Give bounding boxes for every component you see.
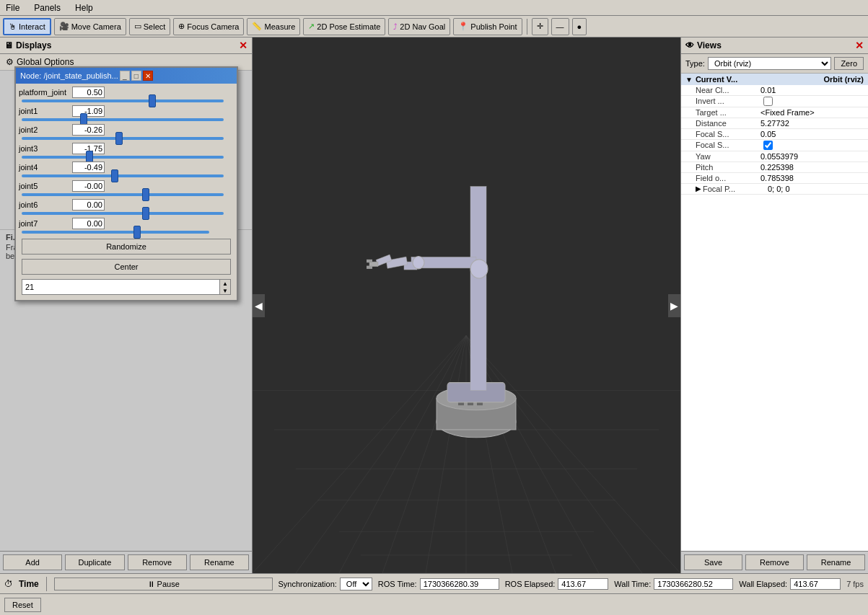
- displays-title: Displays: [16, 40, 51, 50]
- views-save-button[interactable]: Save: [684, 554, 742, 570]
- select-icon: ▭: [134, 22, 141, 31]
- near-clip-label: Near Cl...: [696, 86, 760, 94]
- yaw-value: 0.0553979: [760, 152, 864, 161]
- tree-row-near-clip: Near Cl... 0.01: [681, 85, 868, 96]
- slider-input-6[interactable]: [22, 212, 224, 215]
- duplicate-button[interactable]: Duplicate: [65, 554, 124, 570]
- views-icon: 👁: [685, 40, 694, 50]
- toolbar-extra-2[interactable]: —: [551, 18, 569, 35]
- near-clip-value: 0.01: [760, 86, 864, 94]
- measure-button[interactable]: 📏 Measure: [247, 18, 300, 35]
- focal-s2-checkbox[interactable]: [763, 141, 773, 150]
- slider-input-1[interactable]: [22, 118, 224, 121]
- wall-time-input[interactable]: [654, 578, 733, 590]
- menu-file[interactable]: File: [3, 1, 22, 14]
- pose-estimate-label: 2D Pose Estimate: [317, 22, 380, 31]
- pause-label: Pause: [157, 580, 180, 588]
- spinbox: ▲ ▼: [22, 279, 231, 295]
- tree-row-invert: Invert ...: [681, 96, 868, 107]
- slider-input-4[interactable]: [22, 174, 224, 177]
- views-tree: ▼ Current V... Orbit (rviz) Near Cl... 0…: [681, 74, 868, 551]
- views-type-row: Type: Orbit (rviz) Zero: [681, 54, 868, 74]
- grid-svg: [253, 37, 680, 573]
- svg-point-29: [470, 260, 488, 278]
- invert-checkbox[interactable]: [763, 97, 773, 106]
- panel-buttons: Add Duplicate Remove Rename: [0, 551, 252, 573]
- statusbar: ⏱ Time ⏸ Pause Synchronization: Off ROS …: [0, 573, 868, 593]
- toolbar-extra-1[interactable]: ✛: [532, 18, 548, 35]
- fps-display: 7 fps: [846, 580, 864, 588]
- dialog-minimize-button[interactable]: _: [120, 71, 130, 81]
- move-camera-icon: 🎥: [59, 22, 69, 31]
- wall-time-item: Wall Time:: [614, 578, 733, 590]
- slider-input-2[interactable]: [22, 137, 224, 140]
- views-close-button[interactable]: ✕: [855, 40, 864, 51]
- move-camera-button[interactable]: 🎥 Move Camera: [54, 18, 126, 35]
- publish-point-icon: 📍: [458, 22, 468, 31]
- dialog-content: platform_joint joint1: [16, 84, 237, 300]
- viewport[interactable]: ◀ ▶: [253, 37, 680, 573]
- spinbox-down[interactable]: ▼: [220, 287, 230, 294]
- ros-elapsed-input[interactable]: [558, 578, 608, 590]
- current-view-header[interactable]: ▼ Current V... Orbit (rviz): [681, 74, 868, 85]
- viewport-arrow-left[interactable]: ◀: [253, 294, 265, 317]
- toolbar-extra-3[interactable]: ●: [572, 18, 587, 35]
- joint-state-dialog: Node: /joint_state_publish... _ □ ✕ plat…: [14, 66, 238, 301]
- slider-input-platform[interactable]: [22, 99, 224, 102]
- dialog-restore-button[interactable]: □: [131, 71, 141, 81]
- nav-goal-button[interactable]: ⤴ 2D Nav Goal: [388, 18, 450, 35]
- dialog-titlebar[interactable]: Node: /joint_state_publish... _ □ ✕: [16, 68, 237, 84]
- sync-select[interactable]: Off: [340, 578, 372, 590]
- focus-camera-button[interactable]: ⊕ Focus Camera: [173, 18, 244, 35]
- current-view-label: Current V...: [696, 75, 737, 84]
- menu-panels[interactable]: Panels: [31, 1, 63, 14]
- move-camera-label: Move Camera: [71, 22, 121, 31]
- wall-elapsed-item: Wall Elapsed:: [739, 578, 841, 590]
- dialog-close-button[interactable]: ✕: [143, 71, 153, 81]
- pose-estimate-button[interactable]: ↗ 2D Pose Estimate: [303, 18, 385, 35]
- target-label: Target ...: [696, 108, 760, 117]
- menu-help[interactable]: Help: [72, 1, 96, 14]
- views-type-select[interactable]: Orbit (rviz): [708, 57, 831, 70]
- slider-input-7[interactable]: [22, 231, 209, 234]
- pose-estimate-icon: ↗: [308, 22, 315, 31]
- publish-point-button[interactable]: 📍 Publish Point: [453, 18, 522, 35]
- tree-expand-icon: ▼: [685, 76, 693, 84]
- displays-close-button[interactable]: ✕: [239, 40, 247, 51]
- svg-rect-26: [470, 187, 486, 391]
- add-button[interactable]: Add: [3, 554, 62, 570]
- slider-input-3[interactable]: [22, 156, 224, 159]
- select-button[interactable]: ▭ Select: [129, 18, 171, 35]
- main-layout: 🖥 Displays ✕ ⚙ Global Options Node: /joi…: [0, 37, 868, 573]
- wall-elapsed-input[interactable]: [790, 578, 841, 590]
- current-view-type: Orbit (rviz): [823, 75, 864, 84]
- displays-panel-header: 🖥 Displays ✕: [0, 37, 252, 54]
- randomize-button[interactable]: Randomize: [22, 239, 231, 255]
- svg-rect-34: [367, 260, 372, 262]
- menubar: File Panels Help: [0, 0, 868, 16]
- slider-input-5[interactable]: [22, 193, 224, 196]
- interact-button[interactable]: 🖱 Interact: [3, 18, 51, 35]
- viewport-arrow-right[interactable]: ▶: [668, 294, 680, 317]
- center-button[interactable]: Center: [22, 259, 231, 275]
- rename-button[interactable]: Rename: [190, 554, 249, 570]
- tree-row-yaw: Yaw 0.0553979: [681, 151, 868, 162]
- spinbox-up[interactable]: ▲: [220, 280, 230, 287]
- ros-time-input[interactable]: [420, 578, 499, 590]
- views-remove-button[interactable]: Remove: [745, 554, 804, 570]
- views-zero-button[interactable]: Zero: [834, 57, 864, 70]
- slider-5: [19, 193, 234, 199]
- interact-label: Interact: [19, 22, 45, 31]
- slider-2: [19, 137, 234, 143]
- views-rename-button[interactable]: Rename: [807, 554, 865, 570]
- distance-label: Distance: [696, 119, 760, 128]
- focus-camera-label: Focus Camera: [187, 22, 239, 31]
- reset-button[interactable]: Reset: [4, 598, 41, 612]
- joints-list: platform_joint joint1: [19, 87, 234, 236]
- slider-4: [19, 174, 234, 180]
- svg-rect-23: [468, 402, 473, 405]
- remove-button[interactable]: Remove: [128, 554, 187, 570]
- focal-p-label: Focal P...: [703, 185, 768, 193]
- spinbox-input[interactable]: [22, 280, 219, 294]
- pause-button[interactable]: ⏸ Pause: [54, 578, 273, 590]
